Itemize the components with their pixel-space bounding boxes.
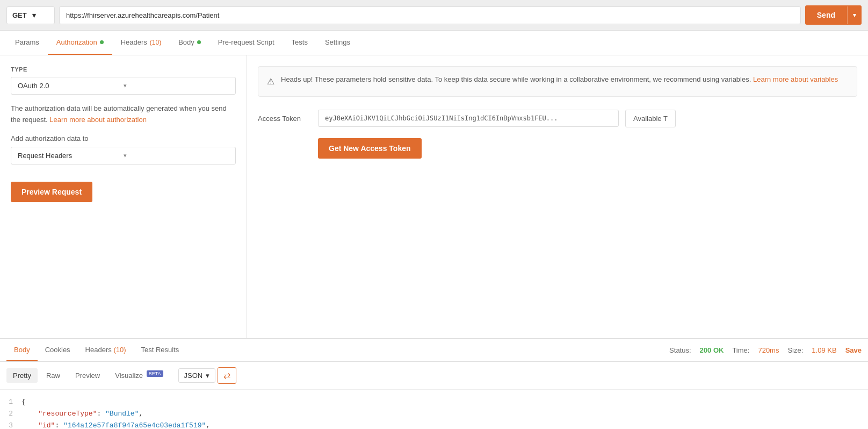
warning-box: ⚠ Heads up! These parameters hold sensit… xyxy=(258,66,857,97)
line-content-1: { xyxy=(21,396,868,408)
method-label: GET xyxy=(12,11,29,19)
right-panel: ⚠ Heads up! These parameters hold sensit… xyxy=(247,55,868,338)
resp-tab-visualize[interactable]: Visualize BETA xyxy=(108,368,169,383)
response-tab-body[interactable]: Body xyxy=(6,339,38,361)
learn-more-variables-link[interactable]: Learn more about variables xyxy=(753,75,838,83)
add-auth-value: Request Headers xyxy=(18,152,124,160)
resp-tab-raw[interactable]: Raw xyxy=(40,368,67,383)
access-token-input[interactable] xyxy=(318,110,619,127)
line-num-3: 3 xyxy=(0,420,21,429)
get-new-access-token-button[interactable]: Get New Access Token xyxy=(318,138,422,159)
tab-tests[interactable]: Tests xyxy=(283,31,316,55)
line-num-2: 2 xyxy=(0,408,21,420)
auth-dot xyxy=(100,40,104,44)
add-auth-label: Add authorization data to xyxy=(11,134,236,142)
warning-text: Heads up! These parameters hold sensitiv… xyxy=(281,74,838,85)
auth-description: The authorization data will be automatic… xyxy=(11,103,236,126)
method-chevron-icon: ▾ xyxy=(32,11,49,19)
size-label: Size: xyxy=(787,346,803,354)
access-token-label: Access Token xyxy=(258,115,312,123)
tab-settings[interactable]: Settings xyxy=(316,31,359,55)
type-arrow-icon: ▾ xyxy=(124,82,229,89)
tab-params[interactable]: Params xyxy=(6,31,48,55)
send-label: Send xyxy=(805,5,847,25)
available-tokens-button[interactable]: Available T xyxy=(625,110,676,127)
response-area: Pretty Raw Preview Visualize BETA JSON ▾… xyxy=(0,362,868,429)
response-tab-cookies[interactable]: Cookies xyxy=(38,339,78,361)
top-bar: GET ▾ Send ▾ xyxy=(0,0,868,31)
response-headers-count: (10) xyxy=(113,346,126,354)
response-status-area: Status: 200 OK Time: 720ms Size: 1.09 KB… xyxy=(669,346,862,354)
learn-more-link[interactable]: Learn more about authorization xyxy=(49,116,147,124)
url-input[interactable] xyxy=(59,6,801,24)
type-select[interactable]: OAuth 2.0 ▾ xyxy=(11,77,236,95)
status-label: Status: xyxy=(669,346,691,354)
resp-tab-pretty[interactable]: Pretty xyxy=(6,368,38,383)
format-select[interactable]: JSON ▾ xyxy=(178,368,216,383)
tab-authorization[interactable]: Authorization xyxy=(48,31,112,55)
preview-request-button[interactable]: Preview Request xyxy=(11,182,92,202)
main-content: TYPE OAuth 2.0 ▾ The authorization data … xyxy=(0,55,868,338)
time-label: Time: xyxy=(732,346,749,354)
request-tabs: Params Authorization Headers (10) Body P… xyxy=(0,31,868,55)
response-tab-test-results[interactable]: Test Results xyxy=(134,339,187,361)
method-select[interactable]: GET ▾ xyxy=(6,6,55,24)
format-label: JSON xyxy=(184,371,203,380)
tab-pre-request[interactable]: Pre-request Script xyxy=(209,31,283,55)
body-dot xyxy=(197,40,201,44)
tab-headers[interactable]: Headers (10) xyxy=(112,31,170,55)
left-panel: TYPE OAuth 2.0 ▾ The authorization data … xyxy=(0,55,247,338)
format-arrow-icon: ▾ xyxy=(206,371,209,380)
wrap-button[interactable]: ⇄ xyxy=(218,367,236,384)
code-line-1: 1 { xyxy=(0,396,868,408)
add-auth-select[interactable]: Request Headers ▾ xyxy=(11,147,236,165)
size-value: 1.09 KB xyxy=(812,346,836,354)
send-dropdown-icon[interactable]: ▾ xyxy=(847,6,862,24)
code-line-3: 3 "id": "164a12e57fa8f947a65e4c03eda1f51… xyxy=(0,420,868,429)
line-content-3: "id": "164a12e57fa8f947a65e4c03eda1f519"… xyxy=(21,420,868,429)
save-response-link[interactable]: Save xyxy=(845,346,862,354)
add-auth-arrow-icon: ▾ xyxy=(124,152,229,159)
type-value: OAuth 2.0 xyxy=(18,82,124,90)
token-row: Access Token Available T xyxy=(258,110,857,127)
resp-tab-preview[interactable]: Preview xyxy=(69,368,106,383)
line-num-1: 1 xyxy=(0,396,21,408)
response-tabs: Body Cookies Headers (10) Test Results S… xyxy=(0,338,868,362)
status-value: 200 OK xyxy=(700,346,724,354)
visualize-beta-badge: BETA xyxy=(147,370,163,377)
line-content-2: "resourceType": "Bundle", xyxy=(21,408,868,420)
code-area: 1 { 2 "resourceType": "Bundle", 3 "id": … xyxy=(0,390,868,429)
time-value: 720ms xyxy=(758,346,779,354)
send-button[interactable]: Send ▾ xyxy=(805,5,862,25)
type-label: TYPE xyxy=(11,66,236,73)
warning-icon: ⚠ xyxy=(267,75,274,89)
tab-body[interactable]: Body xyxy=(170,31,209,55)
code-line-2: 2 "resourceType": "Bundle", xyxy=(0,408,868,420)
response-toolbar: Pretty Raw Preview Visualize BETA JSON ▾… xyxy=(0,362,868,390)
response-tab-headers[interactable]: Headers (10) xyxy=(78,339,134,361)
